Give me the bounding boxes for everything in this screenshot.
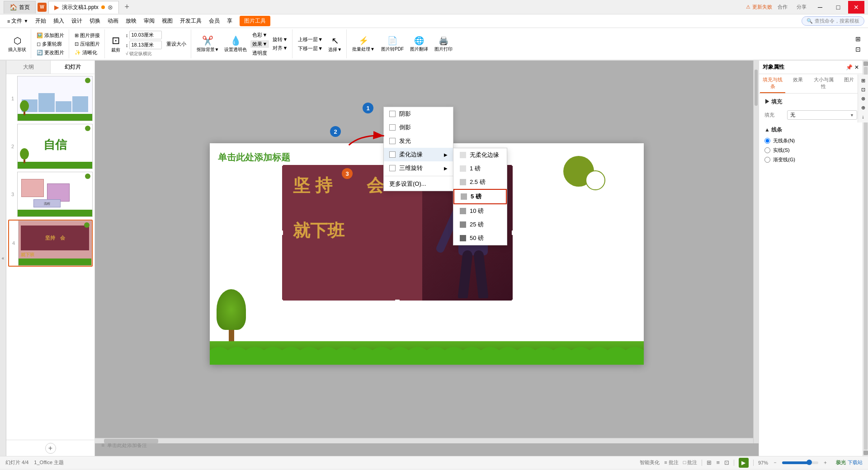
shadow-item[interactable]: 阴影 <box>384 107 453 121</box>
effects-dropdown: 阴影 倒影 发光 柔化边缘 ▶ <box>383 107 453 191</box>
picture-mosaic-btn[interactable]: ⊞图片拼接 <box>73 32 102 39</box>
sidebar-toggle-1[interactable]: ⊞ <box>854 34 863 43</box>
height-input[interactable]: 18.13厘米 <box>129 41 162 49</box>
slide-item-4[interactable]: 4 坚持 会 就下班 <box>8 220 93 267</box>
multi-outline-btn[interactable]: ◻多重轮廓 <box>35 40 66 48</box>
remove-bg-btn[interactable]: ✂️ 抠除背景▼ <box>195 34 221 54</box>
width-input[interactable]: 10.03厘米 <box>129 31 162 39</box>
soft-edge-item[interactable]: 柔化边缘 ▶ 无柔化边缘 1 磅 <box>384 148 453 161</box>
menu-insert[interactable]: 插入 <box>50 15 68 27</box>
right-tool-3[interactable]: ⊗ <box>859 94 867 103</box>
color-btn[interactable]: 色彩▼ <box>250 31 269 39</box>
print-btn[interactable]: 🖨️ 图片打印 <box>433 35 454 53</box>
tree-decoration <box>217 289 246 341</box>
translate-btn[interactable]: 🌐 图片翻译 <box>408 35 430 53</box>
right-panel-close[interactable]: ✕ <box>854 64 859 70</box>
move-down-btn[interactable]: 下移一层▼ <box>296 45 325 52</box>
annotation-btn[interactable]: ≡ 批注 <box>664 459 678 466</box>
rotate-btn[interactable]: 旋转▼ <box>271 36 289 43</box>
minimize-button[interactable]: ─ <box>812 1 828 14</box>
search-bar[interactable]: 🔍查找命令，搜索模板 <box>802 16 864 26</box>
right-panel-pin[interactable]: 📌 <box>846 64 853 70</box>
select-btn[interactable]: ↖ 选择▼ <box>326 34 344 54</box>
no-soft-edge[interactable]: 无柔化边缘 <box>453 148 507 162</box>
25pt-item[interactable]: 25 磅 <box>453 218 507 231</box>
1pt-item[interactable]: 1 磅 <box>453 162 507 175</box>
right-tool-2[interactable]: ⊡ <box>859 85 867 94</box>
align-btn[interactable]: 对齐▼ <box>271 44 289 52</box>
clear-btn[interactable]: ✨清晰化 <box>73 49 102 56</box>
zoom-in-btn[interactable]: ＋ <box>823 459 828 466</box>
transparency-btn[interactable]: 透明度 <box>250 49 269 57</box>
view-normal-btn[interactable]: ⊞ <box>707 459 712 466</box>
close-button[interactable]: ✕ <box>848 1 864 14</box>
zoom-out-btn[interactable]: － <box>773 459 778 466</box>
restore-button[interactable]: □ <box>830 1 846 14</box>
move-up-btn[interactable]: 上移一层▼ <box>296 36 325 43</box>
tab-outline[interactable]: 大纲 <box>6 61 51 74</box>
grass-strip <box>210 341 644 365</box>
slide-item-1[interactable]: 1 <box>8 76 93 121</box>
menu-slideshow[interactable]: 放映 <box>122 15 140 27</box>
change-picture-btn[interactable]: 🔄更改图片 <box>35 49 66 56</box>
sidebar-toggle-2[interactable]: ⊡ <box>854 45 863 54</box>
menu-developer[interactable]: 开发工具 <box>176 15 205 27</box>
slide-title[interactable]: 单击此处添加标题 <box>218 151 290 164</box>
collab-button[interactable]: 合作 <box>774 3 791 11</box>
add-picture-btn[interactable]: 🖼️添加图片 <box>35 32 66 39</box>
menu-start[interactable]: 开始 <box>32 15 50 27</box>
annotation-3: 3 <box>342 168 353 179</box>
menu-review[interactable]: 审阅 <box>140 15 158 27</box>
menu-member[interactable]: 会员 <box>205 15 223 27</box>
file-tab[interactable]: ▶ 演示文稿1.pptx ⊗ <box>48 1 119 14</box>
10pt-item[interactable]: 10 磅 <box>453 204 507 218</box>
reflection-item[interactable]: 倒影 <box>384 121 453 134</box>
picture-tool-tab[interactable]: 图片工具 <box>240 16 270 26</box>
right-tool-1[interactable]: ⊞ <box>859 76 867 85</box>
fill-select[interactable]: 无 ▼ <box>787 110 857 120</box>
left-collapse-btn[interactable]: « <box>0 61 6 456</box>
radio-solid-line[interactable] <box>764 147 770 153</box>
add-slide-btn[interactable]: + <box>45 443 56 454</box>
slide-item-2[interactable]: 2 自信 <box>8 124 93 169</box>
tab-effect[interactable]: 效果 <box>785 74 811 93</box>
batch-btn[interactable]: ⚡ 批量处理▼ <box>350 35 377 53</box>
5pt-item[interactable]: 5 磅 <box>453 189 507 204</box>
tab-size-prop[interactable]: 大小与属性 <box>811 74 836 93</box>
view-slide-btn[interactable]: ⊡ <box>724 459 729 466</box>
crop-btn[interactable]: ⊡ 裁剪 <box>108 34 123 54</box>
effects-btn[interactable]: 效果▼ <box>250 40 269 48</box>
radio-gradient-line[interactable] <box>764 157 770 163</box>
play-btn[interactable]: ▶ <box>739 458 749 468</box>
tab-slides[interactable]: 幻灯片 <box>51 61 94 74</box>
right-tool-5[interactable]: ↓ <box>859 113 867 121</box>
share-button[interactable]: 分享 <box>793 3 810 11</box>
to-pdf-btn[interactable]: 📄 图片转PDF <box>379 35 406 53</box>
home-tab[interactable]: 🏠 首页 <box>4 1 36 14</box>
menu-switch[interactable]: 切换 <box>86 15 104 27</box>
reset-size-btn[interactable]: 重设大小 <box>165 40 188 48</box>
image-text-2: 就下班 <box>293 219 344 242</box>
slide-item-3[interactable]: 3 流程 <box>8 172 93 217</box>
menu-share[interactable]: 享 <box>223 15 236 27</box>
view-outline-btn[interactable]: ≡ <box>716 459 720 466</box>
insert-shape-btn[interactable]: ⬡ 插入形状 <box>6 34 28 54</box>
tab-fill-line[interactable]: 填充与线条 <box>760 74 785 93</box>
compress-btn[interactable]: ⊡压缩图片 <box>73 40 102 48</box>
more-settings-item[interactable]: 更多设置(O)... <box>384 177 453 191</box>
50pt-item[interactable]: 50 磅 <box>453 231 507 245</box>
2pt5-item[interactable]: 2.5 磅 <box>453 175 507 189</box>
set-transparent-btn[interactable]: 💧 设置透明色 <box>222 34 249 54</box>
right-tool-4[interactable]: ⊕ <box>859 103 867 112</box>
menu-animation[interactable]: 动画 <box>104 15 122 27</box>
glow-item[interactable]: 发光 <box>384 134 453 148</box>
menu-view[interactable]: 视图 <box>158 15 176 27</box>
new-tab-button[interactable]: + <box>121 1 133 14</box>
comment-btn[interactable]: □ 批注 <box>683 459 698 466</box>
radio-no-line[interactable] <box>764 138 770 144</box>
update-failed[interactable]: ⚠更新失败 <box>746 4 772 10</box>
ai-beauty-btn[interactable]: 智能美化 <box>640 459 660 466</box>
3d-rotation-item[interactable]: 三维旋转 ▶ <box>384 161 453 175</box>
menu-file[interactable]: ≡ 文件 ▼ <box>4 15 32 27</box>
menu-design[interactable]: 设计 <box>68 15 86 27</box>
